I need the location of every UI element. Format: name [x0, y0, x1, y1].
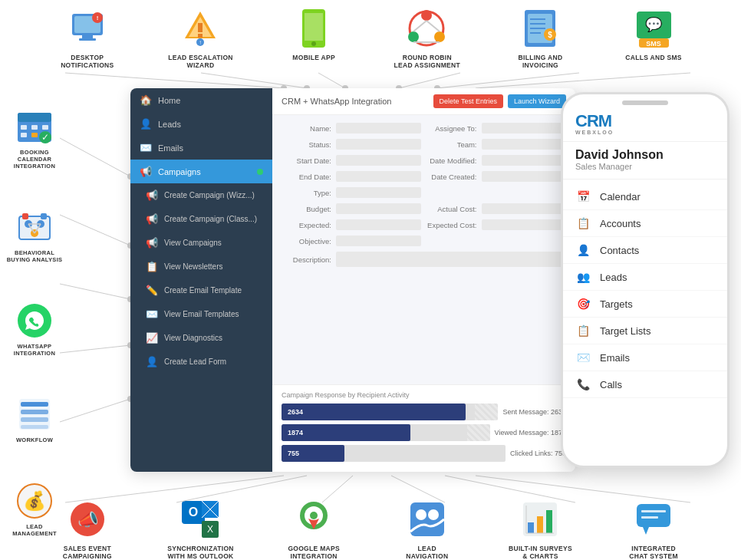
chart-bar-container-2: 1874 — [282, 424, 490, 441]
phone-emails-label: Emails — [600, 352, 630, 364]
phone-menu: 📅 Calendar 📋 Accounts 👤 Contacts 👥 Leads… — [563, 180, 727, 402]
svg-rect-62 — [42, 125, 48, 130]
assignee-value — [482, 123, 567, 133]
sidebar-item-home[interactable]: 🏠 Home — [130, 88, 272, 112]
sidebar-item-view-email-templates[interactable]: ✉️ View Email Templates — [130, 302, 272, 326]
svg-line-2 — [318, 73, 345, 88]
sidebar-item-create-wiz[interactable]: 📢 Create Campaign (Wizz...) — [130, 183, 272, 207]
svg-rect-102 — [637, 504, 670, 527]
sidebar-item-create-class[interactable]: 📢 Create Campaign (Class...) — [130, 207, 272, 231]
phone-user-section: David Johnson Sales Manager — [563, 142, 727, 180]
svg-rect-99 — [546, 510, 552, 533]
chat-label: INTEGRATEDCHAT SYSTEM — [629, 545, 678, 560]
chart-bar-value-2: 1874 — [288, 429, 303, 436]
form-row-expected: Expected: Expected Cost: — [282, 219, 566, 230]
phone-menu-emails[interactable]: ✉️ Emails — [563, 344, 727, 371]
phone-menu-target-lists[interactable]: 📋 Target Lists — [563, 318, 727, 344]
campaigns-icon: 📢 — [140, 166, 152, 177]
sidebar-item-emails[interactable]: ✉️ Emails — [130, 136, 272, 160]
target-lists-icon: 📋 — [575, 324, 591, 337]
main-wrapper: ! DESKTOP NOTIFICATIONS ↑ LEAD ESCALATIO… — [0, 0, 741, 560]
sidebar-item-view-campaigns[interactable]: 📢 View Campaigns — [130, 231, 272, 255]
sidebar-item-campaigns[interactable]: 📢 Campaigns — [130, 160, 272, 183]
end-date-label: End Date: — [282, 173, 331, 181]
sidebar-home-label: Home — [158, 96, 180, 105]
icon-calls-sms: 💬 SMS CALLS AND SMS — [619, 8, 688, 61]
svg-rect-93 — [410, 502, 444, 536]
form-row-end: End Date: Date Created: — [282, 171, 566, 182]
mobile-app-label: MOBILE APP — [292, 54, 335, 61]
sidebar-item-diagnostics[interactable]: 📈 View Diagnostics — [130, 326, 272, 350]
svg-rect-72 — [41, 213, 47, 219]
crm-form: Name: Assignee To: Status: Team: — [272, 115, 575, 384]
icon-behavioral: BEHAVIORALBUYING ANALYSIS — [4, 208, 65, 263]
outlook-icon: O X — [179, 499, 222, 541]
sales-event-label: SALES EVENTCAMPAIGNING — [63, 545, 112, 560]
svg-rect-98 — [537, 516, 543, 533]
svg-rect-48 — [530, 18, 545, 20]
phone-user-role: Sales Manager — [575, 162, 715, 171]
launch-wizard-button[interactable]: Launch Wizard — [508, 94, 566, 108]
svg-point-92 — [310, 512, 318, 519]
phone-user-name: David Johnson — [575, 148, 715, 162]
chart-bar-row-2: 1874 Viewed Message: 1874 — [282, 424, 566, 441]
form-row-name: Name: Assignee To: — [282, 123, 566, 133]
behavioral-label: BEHAVIORALBUYING ANALYSIS — [7, 249, 63, 263]
form-half-objective-left: Objective: — [282, 236, 421, 246]
lead-form-label: Create Lead Form — [164, 357, 226, 366]
form-half-start-left: Start Date: — [282, 155, 421, 166]
svg-rect-35 — [198, 23, 203, 32]
icon-workflow: WORKFLOW — [4, 395, 65, 443]
targets-icon: 🎯 — [575, 298, 591, 310]
crm-topbar: CRM + WhatsApp Integration Delete Test E… — [272, 88, 575, 115]
view-email-templates-icon: ✉️ — [146, 308, 158, 320]
lead-escalation-icon: ↑ — [179, 8, 222, 50]
phone-menu-accounts[interactable]: 📋 Accounts — [563, 210, 727, 237]
svg-rect-49 — [530, 23, 545, 25]
expected-cost-label: Expected Cost: — [427, 221, 477, 229]
phone-menu-contacts[interactable]: 👤 Contacts — [563, 237, 727, 264]
svg-point-43 — [421, 10, 432, 21]
billing-icon: $ — [519, 8, 562, 50]
delete-test-entries-button[interactable]: Delete Test Entries — [433, 94, 503, 108]
svg-text:💬: 💬 — [645, 16, 663, 33]
view-campaigns-icon: 📢 — [146, 237, 158, 249]
bottom-icons-row: 📣 SALES EVENTCAMPAIGNING O X SYNCHRONIZA… — [0, 492, 741, 560]
sidebar-campaigns-label: Campaigns — [158, 167, 201, 176]
contacts-icon: 👤 — [575, 244, 591, 256]
phone-menu-targets[interactable]: 🎯 Targets — [563, 291, 727, 318]
google-maps-icon — [293, 499, 335, 541]
target-lists-label: Target Lists — [600, 325, 650, 337]
description-label: Description: — [282, 255, 331, 264]
view-campaigns-label: View Campaigns — [164, 239, 222, 247]
form-half-name-right: Assignee To: — [427, 123, 567, 133]
chart-bar-value-3: 755 — [288, 450, 299, 457]
phone-menu-calendar[interactable]: 📅 Calendar — [563, 183, 727, 210]
lead-navigation-label: LEADNAVIGATION — [406, 545, 448, 560]
phone-menu-leads[interactable]: 👥 Leads — [563, 264, 727, 291]
form-half-type-left: Type: — [282, 187, 421, 198]
phone-logo: CRM — [575, 111, 614, 131]
actual-cost-value — [482, 203, 567, 214]
calendar-icon: 📅 — [575, 190, 591, 203]
sidebar-item-lead-form[interactable]: 👤 Create Lead Form — [130, 350, 272, 374]
calls-sms-icon: 💬 SMS — [633, 8, 675, 50]
expected-cost-value — [482, 219, 567, 230]
expected-label: Expected: — [282, 221, 331, 229]
svg-rect-50 — [530, 28, 545, 29]
newsletters-label: View Newsletters — [164, 262, 223, 271]
objective-label: Objective: — [282, 237, 331, 245]
phone-leads-icon: 👥 — [575, 271, 591, 283]
icon-sales-event: 📣 SALES EVENTCAMPAIGNING — [53, 499, 122, 560]
sidebar-item-newsletters[interactable]: 📋 View Newsletters — [130, 255, 272, 278]
svg-line-1 — [201, 73, 307, 88]
phone-menu-calls[interactable]: 📞 Calls — [563, 371, 727, 398]
svg-rect-60 — [21, 125, 27, 130]
svg-point-94 — [416, 509, 426, 520]
chart-bar-container-3: 755 — [282, 445, 506, 462]
form-half-status-left: Status: — [282, 139, 421, 150]
crm-content: CRM + WhatsApp Integration Delete Test E… — [272, 88, 575, 472]
form-half-budget-right: Actual Cost: — [427, 203, 567, 214]
sidebar-item-create-email[interactable]: ✏️ Create Email Template — [130, 278, 272, 302]
sidebar-item-leads[interactable]: 👤 Leads — [130, 112, 272, 136]
